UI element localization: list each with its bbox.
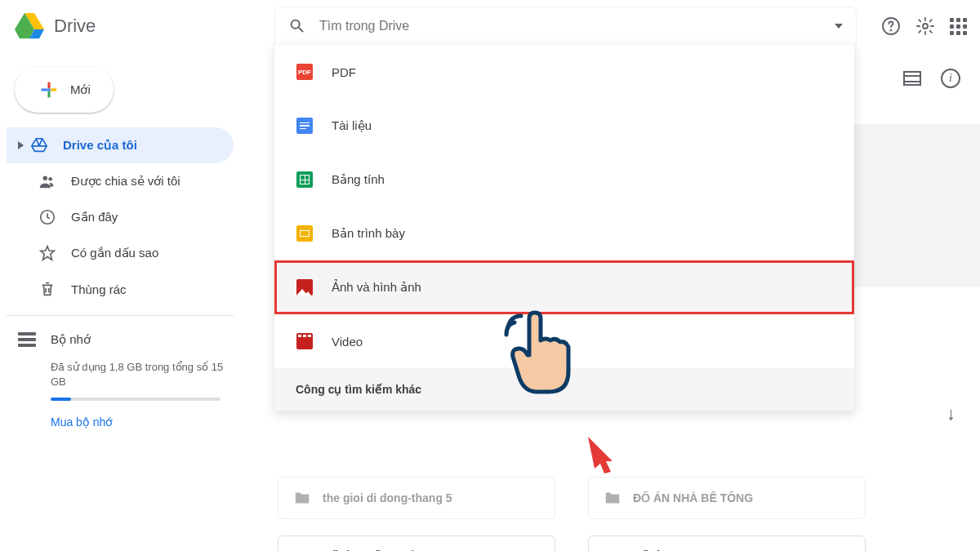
folder-card[interactable]: ĐỒ ÁN CNXDN [588,535,866,551]
folder-icon [293,548,311,551]
search-icon [288,17,306,35]
sidebar-item-shared[interactable]: Được chia sẻ với tôi [7,163,234,199]
dropdown-item-sheet[interactable]: Bảng tính [274,153,854,207]
dropdown-item-label: Bảng tính [332,172,385,187]
svg-rect-7 [47,88,50,91]
sheet-icon [296,171,314,189]
search-input[interactable] [319,19,835,33]
red-arrow-overlay-icon [580,433,621,473]
folder-card[interactable]: the gioi di dong-thang 5 [278,477,555,519]
storage-usage-text: Đã sử dụng 1,8 GB trong tổng số 15 GB [7,355,245,389]
slide-icon [296,224,314,242]
svg-rect-6 [42,88,48,91]
info-icon[interactable]: i [941,69,960,88]
sidebar-item-trash[interactable]: Thùng rác [7,271,234,307]
sidebar-item-label: Thùng rác [71,282,127,296]
doc-icon [296,117,314,135]
svg-point-2 [923,24,928,29]
dropdown-item-label: Bản trình bày [332,226,405,241]
sidebar: Mới Drive của tôi Được chia sẻ với tôi G… [0,52,245,551]
new-button[interactable]: Mới [15,67,114,113]
expand-caret-icon [18,141,24,149]
storage-progress-bar [51,398,220,401]
plus-icon [38,78,60,101]
settings-gear-icon[interactable] [915,16,935,36]
clock-icon [38,208,56,226]
svg-point-9 [48,177,52,181]
svg-rect-3 [47,82,50,89]
tap-cursor-overlay-icon [490,306,588,404]
drive-logo-icon [13,10,46,42]
dropdown-item-doc[interactable]: Tài liệu [274,99,854,153]
dropdown-item-label: PDF [332,65,356,79]
star-icon [38,244,56,262]
new-button-label: Mới [70,82,91,97]
svg-point-1 [891,30,892,31]
dropdown-item-pdf[interactable]: PDF PDF [274,45,854,99]
buy-storage-link[interactable]: Mua bộ nhớ [7,401,245,429]
folder-card[interactable]: ĐỒ ÁN KIẾN TRÚC [278,535,555,551]
sidebar-item-starred[interactable]: Có gắn dấu sao [7,235,234,271]
app-name: Drive [54,16,96,37]
video-icon [296,332,314,350]
sort-arrow-icon[interactable]: ↓ [947,403,956,424]
help-icon[interactable] [881,16,901,36]
trash-icon [38,280,56,298]
folder-name: the gioi di dong-thang 5 [323,491,452,504]
folder-icon [604,489,621,507]
storage-label: Bộ nhớ [51,332,91,347]
svg-point-8 [43,176,48,181]
dropdown-item-label: Tài liệu [332,118,372,133]
pdf-icon: PDF [296,63,314,81]
list-view-icon[interactable] [903,71,921,86]
storage-icon [18,332,36,347]
sidebar-item-label: Gần đây [71,210,118,224]
dropdown-item-label: Ảnh và hình ảnh [332,280,421,295]
svg-rect-5 [47,91,50,98]
sidebar-item-label: Có gắn dấu sao [71,246,158,260]
sidebar-item-mydrive[interactable]: Drive của tôi [7,127,234,163]
shared-icon [38,172,56,190]
folder-name: ĐỒ ÁN NHÀ BÊ TÔNG [633,491,753,504]
search-options-caret-icon[interactable] [835,24,843,29]
folder-icon [604,548,621,551]
dropdown-item-slide[interactable]: Bản trình bày [274,207,854,260]
quick-access-card[interactable] [833,124,980,287]
folder-card[interactable]: ĐỒ ÁN NHÀ BÊ TÔNG [588,477,866,519]
apps-grid-icon[interactable] [950,18,967,35]
sidebar-item-label: Được chia sẻ với tôi [71,174,180,189]
image-icon [296,278,314,296]
search-box[interactable] [274,7,857,46]
sidebar-item-recent[interactable]: Gần đây [7,199,234,235]
folder-icon [293,489,311,507]
svg-rect-4 [51,88,57,91]
sidebar-item-label: Drive của tôi [63,138,137,153]
mydrive-icon [30,136,48,154]
dropdown-item-label: Video [332,335,363,349]
sidebar-item-storage[interactable]: Bộ nhớ [7,324,245,355]
